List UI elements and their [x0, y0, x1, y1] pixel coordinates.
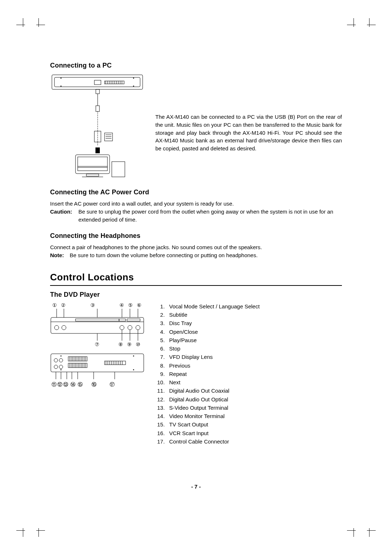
note-label: Note: [50, 251, 67, 259]
list-item: Control Cable Connector [166, 437, 342, 446]
list-item: Previous [166, 361, 342, 370]
svg-point-57 [133, 355, 134, 356]
callout-6: ⑥ [134, 302, 142, 308]
callouts-top-row: ① ② ③ ④ ⑤ ⑥ [50, 302, 144, 309]
callouts-back-row: ⑪ ⑫ ⑬ ⑭ ⑮ ⑯ ⑰ [50, 381, 144, 388]
callout-14: ⑭ [70, 381, 78, 388]
crop-mark [32, 18, 45, 31]
list-item: Vocal Mode Select / Language Select [166, 302, 342, 311]
caution-body: Be sure to unplug the power cord from th… [78, 208, 342, 224]
callout-17: ⑰ [103, 381, 121, 388]
hp-note: Note: Be sure to turn down the volume be… [50, 251, 342, 259]
crop-mark [363, 18, 376, 31]
heading-dvd-player: The DVD Player [50, 291, 342, 299]
crop-mark [32, 524, 45, 537]
list-item: Digital Audio Out Optical [166, 395, 342, 404]
heading-headphones: Connecting the Headphones [50, 232, 342, 240]
svg-rect-44 [119, 319, 126, 321]
pc-description: The AX-M140 can be connected to a PC via… [155, 73, 342, 153]
svg-point-5 [133, 86, 134, 87]
svg-point-46 [54, 325, 59, 330]
crop-mark [347, 524, 360, 537]
svg-point-48 [120, 325, 124, 330]
svg-point-58 [61, 369, 62, 370]
svg-point-59 [133, 369, 134, 370]
svg-rect-29 [78, 157, 107, 171]
callout-4: ④ [116, 302, 125, 308]
svg-point-49 [128, 325, 132, 330]
callout-5: ⑤ [125, 302, 134, 308]
crop-mark [363, 524, 376, 537]
callout-12: ⑫ [57, 381, 63, 388]
list-item: Repeat [166, 370, 342, 378]
svg-rect-0 [52, 75, 143, 89]
dvd-back-diagram [50, 352, 144, 381]
svg-point-47 [62, 325, 66, 330]
callout-10: ⑩ [134, 341, 142, 347]
svg-rect-20 [96, 106, 99, 112]
svg-point-56 [61, 355, 62, 356]
svg-rect-45 [127, 319, 140, 321]
dvd-front-diagram [50, 309, 144, 341]
caution-label: Caution: [50, 208, 75, 224]
svg-point-60 [54, 358, 58, 362]
pc-connection-diagram [50, 73, 144, 178]
ac-caution: Caution: Be sure to unplug the power cor… [50, 208, 342, 224]
dvd-control-list: Vocal Mode Select / Language Select Subt… [155, 302, 342, 446]
hp-line1: Connect a pair of headphones to the phon… [50, 243, 342, 251]
list-item: Play/Pause [166, 336, 342, 344]
list-item: Next [166, 378, 342, 386]
pc-block: The AX-M140 can be connected to a PC via… [50, 73, 342, 178]
callout-15: ⑮ [78, 381, 85, 388]
svg-rect-23 [105, 133, 113, 141]
svg-point-50 [136, 325, 140, 330]
heading-control-locations: Control Locations [50, 272, 342, 286]
manual-page: Connecting to a PC [0, 0, 392, 555]
ac-line1: Insert the AC power cord into a wall out… [50, 200, 342, 208]
hp-block: Connect a pair of headphones to the phon… [50, 243, 342, 259]
dvd-diagrams: ① ② ③ ④ ⑤ ⑥ [50, 302, 144, 388]
heading-connecting-pc: Connecting to a PC [50, 62, 342, 69]
callout-2: ② [61, 302, 70, 308]
callout-9: ⑨ [125, 341, 134, 347]
list-item: Subtitle [166, 311, 342, 319]
list-item: VFD Display Lens [166, 353, 342, 361]
list-item: Stop [166, 344, 342, 353]
list-item: Open/Close [166, 328, 342, 336]
callout-11: ⑪ [52, 381, 57, 388]
svg-point-61 [59, 358, 63, 362]
crop-mark [16, 18, 29, 31]
callout-1: ① [52, 302, 61, 308]
list-item: Disc Tray [166, 319, 342, 327]
svg-rect-1 [54, 77, 140, 87]
svg-point-62 [54, 365, 58, 369]
svg-rect-32 [86, 174, 99, 176]
heading-ac-cord: Connecting the AC Power Cord [50, 189, 342, 196]
svg-rect-6 [94, 80, 101, 85]
page-content: Connecting to a PC [50, 62, 342, 446]
callout-7: ⑦ [52, 341, 116, 347]
list-item: VCR Scart Input [166, 429, 342, 437]
svg-rect-18 [96, 89, 99, 94]
svg-rect-34 [112, 162, 125, 177]
list-item: S-Video Output Terminal [166, 404, 342, 412]
svg-point-2 [61, 78, 62, 79]
ac-block: Insert the AC power cord into a wall out… [50, 200, 342, 223]
list-item: Digital Audio Out Coaxial [166, 386, 342, 395]
svg-rect-22 [94, 131, 101, 142]
crop-mark [16, 524, 29, 537]
svg-point-4 [61, 86, 62, 87]
callouts-mid-row: ⑦ ⑧ ⑨ ⑩ [50, 341, 144, 352]
callout-13: ⑬ [63, 381, 70, 388]
callout-8: ⑧ [116, 341, 125, 347]
callout-3: ③ [70, 302, 116, 308]
list-item: Video Monitor Terminal [166, 412, 342, 420]
callout-16: ⑯ [85, 381, 103, 388]
list-item: TV Scart Output [166, 420, 342, 429]
note-body: Be sure to turn down the volume before c… [70, 251, 342, 259]
page-number: - 7 - [0, 483, 392, 490]
svg-point-63 [59, 365, 63, 369]
svg-rect-55 [51, 354, 144, 372]
crop-mark [347, 18, 360, 31]
dvd-block: ① ② ③ ④ ⑤ ⑥ [50, 302, 342, 446]
